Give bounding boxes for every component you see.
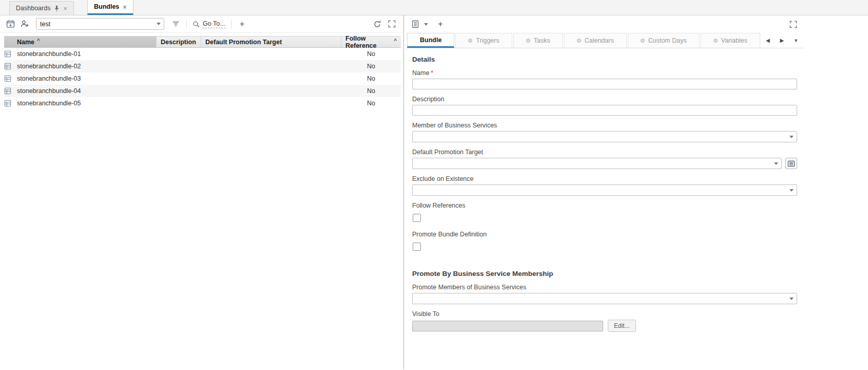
cell-name: stonebranchbundle-01 [17,50,157,58]
tabs-scroll-left-button[interactable]: ◀ [761,33,775,48]
refresh-button[interactable] [371,18,383,30]
close-icon[interactable]: × [123,4,127,10]
default-promotion-target-label: Default Promotion Target [412,149,797,156]
new-bundle-button[interactable] [4,18,16,30]
detail-toolbar: + [406,15,803,33]
grid-header-row: Name ^ Description Default Promotion Tar… [4,36,401,48]
promote-section-heading: Promote By Business Service Membership [412,270,797,278]
cell-name: stonebranchbundle-05 [17,100,157,107]
promote-bundle-definition-checkbox[interactable] [413,243,421,251]
bundle-record-icon [4,87,12,95]
toolbar-separator [231,20,232,29]
bundle-details-form: Details Name* Description Member of Busi… [406,48,803,369]
exclude-on-existence-label: Exclude on Existence [412,175,797,182]
tab-calendars[interactable]: Calendars [564,33,627,48]
tab-dashboards[interactable]: Dashboards × [9,1,74,15]
detail-tab-strip: Bundle Triggers Tasks Calendars Custom D… [406,33,803,48]
cell-follow-reference: No [341,63,401,70]
exclude-on-existence-select[interactable] [412,184,797,196]
column-header-description[interactable]: Description [157,36,201,47]
column-header-name[interactable]: Name ^ [4,36,157,47]
pin-icon[interactable] [54,5,60,12]
tab-variables[interactable]: Variables [701,33,760,48]
cell-name: stonebranchbundle-02 [17,63,157,70]
column-header-follow-reference[interactable]: Follow Reference ^ [341,36,401,47]
cell-follow-reference: No [341,50,401,58]
tab-status-dot-icon [577,39,581,43]
description-input[interactable] [412,105,797,116]
grid-body: stonebranchbundle-01 No stonebranchbundl… [0,48,402,109]
member-of-business-services-select[interactable] [412,131,797,142]
name-input[interactable] [412,79,797,89]
chevron-down-icon [789,136,794,138]
tabs-menu-button[interactable]: ▼ [789,38,802,43]
bundles-list-panel: Go To... + Name ^ Description [0,15,402,369]
promotion-target-picker-button[interactable] [785,158,797,169]
chevron-down-icon [157,23,161,25]
tab-dashboards-label: Dashboards [16,5,50,12]
list-picker-icon [787,160,795,168]
tab-custom-days[interactable]: Custom Days [628,33,700,48]
refresh-icon [373,20,381,28]
follow-references-label: Follow References [412,202,797,209]
cell-name: stonebranchbundle-04 [17,87,157,95]
chevron-down-icon [774,162,778,165]
cell-follow-reference: No [341,100,401,107]
tab-bundles[interactable]: Bundles × [87,0,133,15]
tab-status-dot-icon [468,39,472,43]
chevron-down-icon [789,189,794,192]
tab-bundle[interactable]: Bundle [407,33,454,48]
list-toolbar: Go To... + [0,15,402,33]
edit-button[interactable]: Edit... [608,320,636,332]
table-row[interactable]: stonebranchbundle-03 No [4,72,401,85]
new-detail-button[interactable]: + [434,18,447,30]
promote-members-select[interactable] [412,293,797,304]
toolbar-separator [186,20,187,29]
table-row[interactable]: stonebranchbundle-02 No [4,60,401,72]
sort-ascending-icon: ^ [394,38,397,44]
cell-follow-reference: No [341,75,401,82]
bundle-record-icon [4,100,12,107]
follow-references-checkbox[interactable] [413,214,421,222]
saved-filter-combobox[interactable] [36,18,164,30]
cell-follow-reference: No [341,87,401,95]
tab-navigation: ◀ ▶ ▼ [761,33,804,48]
promote-bundle-definition-label: Promote Bundle Definition [412,231,797,238]
panel-splitter[interactable] [402,15,406,369]
tab-triggers[interactable]: Triggers [455,33,512,48]
cell-name: stonebranchbundle-03 [17,75,157,82]
chevron-down-icon [789,298,794,300]
visible-to-label: Visible To [412,310,797,318]
table-row[interactable]: stonebranchbundle-01 No [4,48,401,60]
go-to-button[interactable]: Go To... [191,18,226,30]
window-tab-bar: Dashboards × Bundles × [0,0,868,15]
add-user-button[interactable] [18,18,31,30]
main-split: Go To... + Name ^ Description [0,15,868,369]
name-label: Name* [412,69,797,77]
bundle-detail-panel: + Bundle Triggers Tasks Calendars [406,15,803,369]
add-record-button[interactable]: + [236,18,248,30]
filter-button[interactable] [169,18,182,30]
close-icon[interactable]: × [63,5,67,12]
default-promotion-target-select[interactable] [412,158,782,169]
member-of-business-services-label: Member of Business Services [412,122,797,129]
column-header-default-promotion-target[interactable]: Default Promotion Target [201,36,341,47]
tab-bundles-label: Bundles [94,3,119,10]
go-to-label[interactable]: Go To... [203,20,225,28]
tabs-scroll-right-button[interactable]: ▶ [776,33,789,48]
table-row[interactable]: stonebranchbundle-04 No [4,85,401,97]
open-record-button[interactable] [410,18,432,30]
expand-panel-button[interactable] [385,18,398,30]
bundle-record-icon [4,50,12,58]
fullscreen-button[interactable] [787,18,799,30]
tab-status-dot-icon [641,39,645,43]
tab-tasks[interactable]: Tasks [513,33,563,48]
promote-members-label: Promote Members of Business Services [412,284,797,291]
sort-ascending-icon: ^ [37,38,40,44]
bundles-grid: Name ^ Description Default Promotion Tar… [0,33,402,369]
saved-filter-input[interactable] [36,21,153,28]
table-row[interactable]: stonebranchbundle-05 No [4,97,401,109]
record-icon [411,20,419,28]
description-label: Description [412,96,797,103]
tab-status-dot-icon [713,39,718,43]
